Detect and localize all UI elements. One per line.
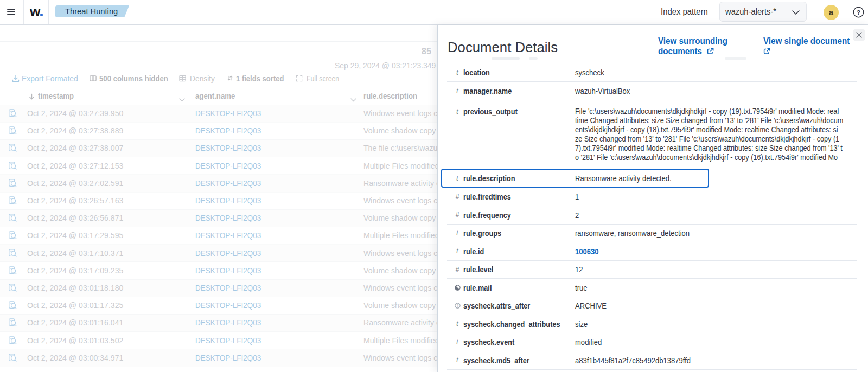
svg-text:?: ? bbox=[456, 304, 458, 307]
svg-text:?: ? bbox=[857, 9, 860, 16]
